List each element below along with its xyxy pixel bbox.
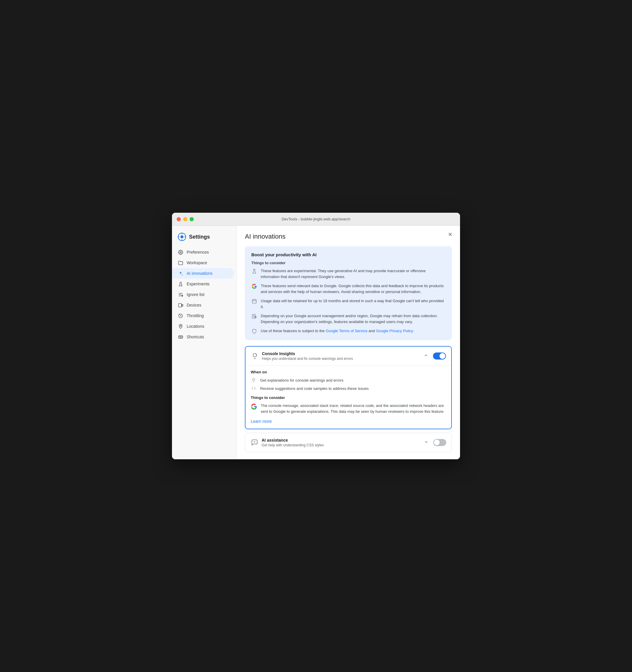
page-title: AI innovations [245,233,452,240]
info-item-1: These features are experimental. They us… [251,268,445,280]
sidebar-item-shortcuts[interactable]: Shortcuts [172,332,234,342]
things-text-1: The console message, associated stack tr… [261,403,446,414]
sidebar-item-preferences[interactable]: Preferences [172,247,234,258]
ai-assistance-controls [423,438,446,447]
main-panel: ✕ AI innovations Boost your productivity… [237,226,460,459]
console-insights-collapse-button[interactable] [423,352,429,360]
console-insights-name: Console Insights [262,351,423,356]
titlebar: DevTools - bubble-jingle.web.app/search [172,213,460,226]
lightbulb-icon [251,377,257,383]
svg-rect-13 [182,304,183,306]
console-insights-card: Console Insights Helps you understand an… [245,346,452,429]
settings-logo-icon [178,233,186,241]
sidebar-label-ai-innovations: AI innovations [187,271,212,276]
info-text-5: Use of these features is subject to the … [261,328,413,334]
svg-point-1 [180,235,183,238]
sparkle-icon [178,271,183,276]
sidebar-label-throttling: Throttling [187,313,204,318]
code-icon [251,385,257,391]
lightbulb-plus-icon [251,352,259,360]
when-on-text-1: Get explanations for console warnings an… [260,378,343,383]
ignore-icon [178,292,183,297]
sidebar-item-workspace[interactable]: Workspace [172,258,234,268]
tos-link[interactable]: Google Terms of Service [326,329,368,333]
sidebar-item-ai-innovations[interactable]: AI innovations [172,268,234,279]
console-insights-expanded: When on Get explanations for console war… [246,365,451,429]
console-insights-info: Console Insights Helps you understand an… [262,351,423,361]
svg-point-16 [180,325,181,326]
learn-more-link[interactable]: Learn more [251,419,272,424]
sidebar-item-experiments[interactable]: Experiments [172,279,234,289]
ai-assistance-icon [250,438,259,447]
when-on-title: When on [251,370,446,374]
when-on-item-1: Get explanations for console warnings an… [251,377,446,383]
minimize-traffic-light[interactable] [183,217,187,221]
when-on-text-2: Receive suggestions and code samples to … [260,386,369,391]
sidebar-header: Settings [172,231,236,247]
close-settings-button[interactable]: ✕ [446,231,454,239]
google-logo-icon [251,403,257,412]
console-insights-controls [423,352,446,360]
things-item-1: The console message, associated stack tr… [251,403,446,414]
svg-point-6 [180,251,181,253]
folder-icon [178,260,183,265]
policy-icon [251,313,257,319]
google-g-icon [251,283,257,289]
info-text-1: These features are experimental. They us… [261,268,445,280]
info-item-3: Usage data will be retained for up to 18… [251,298,445,310]
sidebar-label-workspace: Workspace [187,260,207,265]
ai-assistance-info: AI assistance Get help with understandin… [262,438,423,447]
sidebar-item-ignore-list[interactable]: Ignore list [172,289,234,300]
gear-icon [178,249,183,255]
sidebar-label-devices: Devices [187,303,201,308]
ai-assistance-desc: Get help with understanding CSS styles [262,443,423,447]
ai-assistance-toggle[interactable] [433,439,446,446]
svg-rect-17 [178,336,182,338]
sidebar-nav: Preferences Workspace [172,247,236,342]
sidebar-label-preferences: Preferences [187,250,209,255]
close-traffic-light[interactable] [177,217,181,221]
keyboard-icon [178,334,183,339]
devtools-window: DevTools - bubble-jingle.web.app/search … [172,213,460,459]
sidebar-label-locations: Locations [187,324,204,329]
devices-icon [178,303,183,308]
things-to-consider-title: Things to consider [251,395,446,400]
ai-assistance-header: AI assistance Get help with understandin… [245,433,452,452]
when-on-item-2: Receive suggestions and code samples to … [251,385,446,391]
info-item-5: Use of these features is subject to the … [251,328,445,334]
svg-rect-24 [252,299,256,303]
calendar-icon [251,298,257,304]
svg-rect-12 [178,303,181,307]
sidebar-item-throttling[interactable]: Throttling [172,310,234,321]
info-text-3: Usage data will be retained for up to 18… [261,298,445,310]
ai-info-box: Boost your productivity with AI Things t… [245,246,452,340]
info-box-subtitle: Things to consider [251,261,445,265]
window-title: DevTools - bubble-jingle.web.app/search [282,217,350,221]
shield-icon [251,328,257,334]
info-text-2: These features send relevant data to Goo… [261,283,445,294]
location-icon [178,323,183,329]
sidebar-label-shortcuts: Shortcuts [187,335,204,339]
experiment-icon [251,268,257,274]
info-box-title: Boost your productivity with AI [251,252,445,257]
throttling-icon [178,313,183,318]
maximize-traffic-light[interactable] [189,217,194,221]
info-text-4: Depending on your Google account managem… [261,313,445,325]
console-insights-toggle[interactable] [433,353,446,360]
flask-icon [178,281,183,287]
sidebar-item-devices[interactable]: Devices [172,300,234,310]
sidebar-label-ignore-list: Ignore list [187,292,205,297]
privacy-link[interactable]: Google Privacy Policy [376,329,413,333]
ai-assistance-expand-button[interactable] [423,438,430,447]
ai-assistance-name: AI assistance [262,438,423,442]
ai-assistance-card: AI assistance Get help with understandin… [245,433,452,452]
console-insights-desc: Helps you understand and fix console war… [262,357,423,361]
sidebar-item-locations[interactable]: Locations [172,321,234,332]
sidebar: Settings Preferences [172,226,237,459]
info-item-4: Depending on your Google account managem… [251,313,445,325]
sidebar-label-experiments: Experiments [187,282,209,286]
main-content: Settings Preferences [172,226,460,459]
traffic-lights [177,217,194,221]
console-insights-header: Console Insights Helps you understand an… [246,346,451,365]
sidebar-title: Settings [189,234,210,240]
